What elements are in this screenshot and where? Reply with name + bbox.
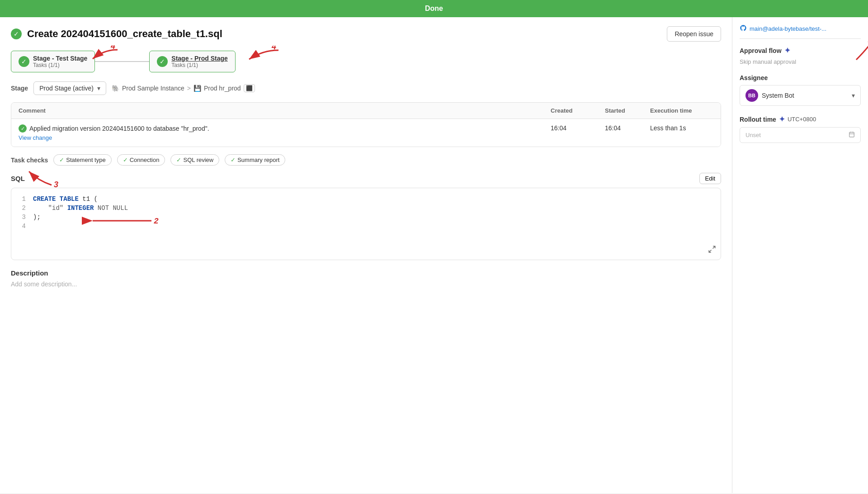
stage-label: Stage xyxy=(11,85,28,92)
edit-sql-button[interactable]: Edit xyxy=(699,173,721,184)
issue-title-row: ✓ Create 202404151600_create_table_t1.sq… xyxy=(11,26,721,42)
check-connection-icon: ✓ xyxy=(123,157,128,163)
main-content: ✓ Create 202404151600_create_table_t1.sq… xyxy=(0,17,732,493)
table-row: ✓ Applied migration version 202404151600… xyxy=(11,119,721,147)
breadcrumb-instance: Prod Sample Instance xyxy=(122,85,184,92)
arrow-4-right: 4 xyxy=(240,46,285,68)
breadcrumb-db: Prod hr_prod xyxy=(204,85,241,92)
rollout-timezone: UTC+0800 xyxy=(788,116,816,123)
svg-text:4: 4 xyxy=(110,45,115,51)
db-icon: 💾 xyxy=(193,85,201,92)
stage-test-tasks: Tasks (1/1) xyxy=(33,62,87,68)
task-comment-text: Applied migration version 202404151600 t… xyxy=(29,125,209,132)
check-summary-report[interactable]: ✓ Summary report xyxy=(225,154,285,166)
task-comment-cell: ✓ Applied migration version 202404151600… xyxy=(19,124,551,141)
stage-dropdown[interactable]: Prod Stage (active) ▾ xyxy=(33,81,106,95)
sql-label: SQL xyxy=(11,175,25,182)
stage-prod-tasks: Tasks (1/1) xyxy=(171,62,227,68)
svg-rect-12 xyxy=(849,132,854,137)
check-summary-report-icon: ✓ xyxy=(231,157,236,163)
github-link-text[interactable]: main@adela-bytebase/test-... xyxy=(750,25,826,32)
table-header: Comment Created Started Execution time xyxy=(11,103,721,119)
assignee-row[interactable]: BB System Bot ▾ xyxy=(740,85,861,106)
assignee-chevron-icon: ▾ xyxy=(852,92,855,99)
description-label: Description xyxy=(11,269,721,277)
top-banner: Done xyxy=(0,0,868,17)
col-comment: Comment xyxy=(19,107,551,114)
row-created: 16:04 xyxy=(551,124,605,132)
row-started: 16:04 xyxy=(605,124,650,132)
check-sql-review-icon: ✓ xyxy=(176,157,181,163)
reopen-issue-button[interactable]: Reopen issue xyxy=(667,26,721,42)
view-change-link[interactable]: View change xyxy=(19,134,551,141)
calendar-icon xyxy=(849,131,855,139)
stage-test-name: Stage - Test Stage xyxy=(33,55,87,62)
svg-text:4: 4 xyxy=(271,46,276,51)
check-statement-type-icon: ✓ xyxy=(59,157,64,163)
svg-line-7 xyxy=(709,250,711,252)
assignee-section: Assignee BB System Bot ▾ xyxy=(740,74,861,106)
approval-flow-value: Skip manual approval xyxy=(740,58,861,65)
sql-section: SQL Edit 1 CREATE TABLE t1 ( 2 "id" INTE… xyxy=(11,173,721,260)
code-line-1: 1 CREATE TABLE t1 ( xyxy=(19,195,713,203)
check-sql-review[interactable]: ✓ SQL review xyxy=(170,154,219,166)
check-statement-type[interactable]: ✓ Statement type xyxy=(53,154,111,166)
breadcrumb-sep: > xyxy=(187,85,191,92)
task-checks-row: Task checks ✓ Statement type ✓ Connectio… xyxy=(11,154,721,166)
code-line-4: 4 xyxy=(19,223,713,230)
breadcrumb: 🐘 Prod Sample Instance > 💾 Prod hr_prod … xyxy=(112,84,255,92)
description-placeholder[interactable]: Add some description... xyxy=(11,280,721,288)
code-block: 1 CREATE TABLE t1 ( 2 "id" INTEGER NOT N… xyxy=(11,188,721,260)
approval-flow-spark-icon: ✦ xyxy=(784,46,790,55)
stage-prod-name: Stage - Prod Stage xyxy=(171,55,227,62)
check-connection[interactable]: ✓ Connection xyxy=(117,154,165,166)
stage-test[interactable]: ✓ Stage - Test Stage Tasks (1/1) xyxy=(11,51,95,72)
description-section: Description Add some description... xyxy=(11,269,721,288)
row-check-icon: ✓ xyxy=(19,124,27,133)
row-execution: Less than 1s xyxy=(650,124,713,132)
assignee-name: System Bot xyxy=(762,92,794,99)
task-table: Comment Created Started Execution time ✓… xyxy=(11,102,721,147)
svg-line-6 xyxy=(713,246,715,248)
github-icon xyxy=(740,24,747,33)
sidebar: main@adela-bytebase/test-... Approval fl… xyxy=(732,17,868,493)
stage-test-check-icon: ✓ xyxy=(19,56,29,67)
col-started: Started xyxy=(605,107,650,114)
stage-selector-row: Stage Prod Stage (active) ▾ 🐘 Prod Sampl… xyxy=(11,81,721,95)
code-line-3: 3 ); xyxy=(19,214,713,221)
approval-flow-section: Approval flow ✦ 1 Skip manual approval xyxy=(740,46,861,65)
col-execution: Execution time xyxy=(650,107,713,114)
avatar: BB xyxy=(745,89,758,102)
expand-icon[interactable] xyxy=(708,245,716,255)
terminal-icon[interactable]: ⬛ xyxy=(244,84,255,92)
stages-row: ✓ Stage - Test Stage Tasks (1/1) xyxy=(11,51,721,72)
github-link-row: main@adela-bytebase/test-... xyxy=(740,24,861,39)
issue-title: Create 202404151600_create_table_t1.sql xyxy=(27,28,222,40)
instance-icon: 🐘 xyxy=(112,85,119,92)
col-created: Created xyxy=(551,107,605,114)
rollout-time-section: Rollout time ✦ UTC+0800 Unset xyxy=(740,115,861,143)
task-checks-label: Task checks xyxy=(11,157,48,164)
stage-dropdown-chevron: ▾ xyxy=(97,85,100,92)
issue-done-icon: ✓ xyxy=(11,28,22,39)
stage-prod-check-icon: ✓ xyxy=(157,56,168,67)
stage-connector-left xyxy=(95,61,122,62)
rollout-time-spark-icon: ✦ xyxy=(779,115,785,124)
stage-prod[interactable]: ✓ Stage - Prod Stage Tasks (1/1) xyxy=(149,51,235,72)
code-line-2: 2 "id" INTEGER NOT NULL xyxy=(19,204,713,212)
rollout-time-input[interactable]: Unset xyxy=(740,127,861,143)
